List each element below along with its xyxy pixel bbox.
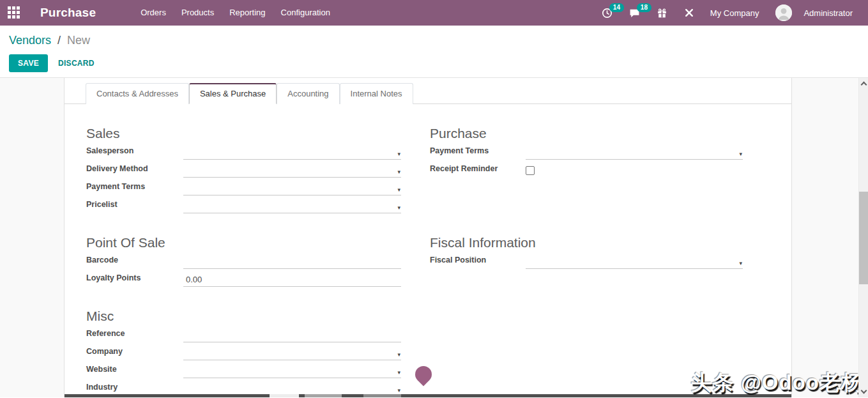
group-point-of-sale: Point Of Sale Barcode Loyalty Points 0.0… xyxy=(86,234,401,287)
field-row: Company xyxy=(86,342,401,360)
scrollbar-thumb[interactable] xyxy=(859,192,868,284)
delivery-method-input[interactable] xyxy=(183,163,401,178)
tab-sales-purchase[interactable]: Sales & Purchase xyxy=(189,83,277,104)
app-menu: Orders Products Reporting Configuration xyxy=(133,0,338,26)
field-row: Receipt Reminder xyxy=(430,160,743,178)
reference-input[interactable] xyxy=(183,328,401,342)
activity-count-badge: 14 xyxy=(609,3,624,12)
menu-configuration[interactable]: Configuration xyxy=(273,0,338,26)
website-input[interactable] xyxy=(183,364,401,378)
loyalty-points-value: 0.00 xyxy=(183,275,203,286)
field-row: Industry xyxy=(86,378,401,396)
breadcrumb-vendors-link[interactable]: Vendors xyxy=(9,34,51,47)
label-receipt-reminder: Receipt Reminder xyxy=(430,164,526,178)
form-sheet: Contacts & Addresses Sales & Purchase Ac… xyxy=(64,78,792,397)
label-fiscal-position: Fiscal Position xyxy=(430,256,526,269)
menu-products[interactable]: Products xyxy=(174,0,222,26)
messages-menu[interactable]: 18 xyxy=(629,8,640,19)
control-panel: Vendors / New SAVE DISCARD xyxy=(0,26,868,78)
field-row: Payment Terms xyxy=(86,178,401,195)
breadcrumb: Vendors / New xyxy=(9,32,868,49)
sale-payment-terms-input[interactable] xyxy=(183,181,401,195)
pricelist-input[interactable] xyxy=(183,199,401,213)
receipt-reminder-checkbox[interactable] xyxy=(526,166,535,175)
group-title-misc: Misc xyxy=(86,308,401,325)
group-purchase: Purchase Payment Terms Receipt Reminder xyxy=(430,125,743,213)
user-avatar[interactable] xyxy=(775,4,792,21)
label-website: Website xyxy=(86,365,183,378)
user-menu[interactable]: Administrator xyxy=(803,8,853,18)
group-fiscal-information: Fiscal Information Fiscal Position xyxy=(430,234,743,287)
label-delivery-method: Delivery Method xyxy=(86,164,183,178)
group-sales: Sales Salesperson Delivery Method Paymen… xyxy=(86,125,401,213)
scrollbar-up-arrow-icon[interactable] xyxy=(861,82,867,88)
tab-contacts-addresses[interactable]: Contacts & Addresses xyxy=(86,83,189,104)
group-misc: Misc Reference Company Website Industry xyxy=(86,308,401,396)
tab-internal-notes[interactable]: Internal Notes xyxy=(340,83,413,104)
label-sale-payment-terms: Payment Terms xyxy=(86,182,183,195)
apps-menu-icon[interactable] xyxy=(8,6,20,19)
gift-icon xyxy=(657,8,667,19)
discard-button[interactable]: DISCARD xyxy=(58,59,95,68)
vertical-scrollbar[interactable] xyxy=(858,78,868,397)
group-title-purchase: Purchase xyxy=(430,125,743,142)
field-row: Delivery Method xyxy=(86,160,401,178)
topbar-systray: 14 18 My Company xyxy=(593,4,868,21)
field-row: Reference xyxy=(86,325,401,342)
field-row: Salesperson xyxy=(86,142,401,160)
field-row: Pricelist xyxy=(86,195,401,213)
app-title: Purchase xyxy=(40,6,96,20)
breadcrumb-separator: / xyxy=(57,34,61,47)
receipt-reminder-field xyxy=(526,163,743,178)
company-switcher[interactable]: My Company xyxy=(710,8,759,18)
group-title-fiscal-information: Fiscal Information xyxy=(430,234,743,251)
label-loyalty-points: Loyalty Points xyxy=(86,273,183,287)
save-button[interactable]: SAVE xyxy=(9,54,48,72)
label-pricelist: Pricelist xyxy=(86,200,183,213)
label-company: Company xyxy=(86,347,183,360)
group-title-sales: Sales xyxy=(86,125,401,142)
crossed-tools-icon xyxy=(684,8,694,18)
fiscal-position-input[interactable] xyxy=(526,254,743,269)
label-barcode: Barcode xyxy=(86,256,183,269)
group-title-point-of-sale: Point Of Sale xyxy=(86,234,401,251)
barcode-input[interactable] xyxy=(183,254,401,269)
form-view-area: Contacts & Addresses Sales & Purchase Ac… xyxy=(0,78,868,397)
menu-reporting[interactable]: Reporting xyxy=(222,0,273,26)
activity-menu[interactable]: 14 xyxy=(602,8,613,19)
tab-accounting[interactable]: Accounting xyxy=(277,83,339,104)
salesperson-input[interactable] xyxy=(183,145,401,160)
breadcrumb-current: New xyxy=(67,34,90,47)
label-purchase-payment-terms: Payment Terms xyxy=(430,146,526,160)
notebook-tabs: Contacts & Addresses Sales & Purchase Ac… xyxy=(65,78,791,104)
field-row: Payment Terms xyxy=(430,142,743,160)
purchase-payment-terms-input[interactable] xyxy=(526,145,743,160)
field-row: Loyalty Points 0.00 xyxy=(86,269,401,287)
field-row: Website xyxy=(86,360,401,378)
developer-tools-menu[interactable] xyxy=(684,8,694,18)
menu-orders[interactable]: Orders xyxy=(133,0,174,26)
message-count-badge: 18 xyxy=(637,3,651,12)
watermark-text: 头条 @Odoo老杨 xyxy=(691,369,864,397)
scrollbar-down-arrow-icon[interactable] xyxy=(861,388,867,394)
loyalty-points-input[interactable]: 0.00 xyxy=(183,272,401,287)
top-navbar: Purchase Orders Products Reporting Confi… xyxy=(0,0,868,26)
gift-menu[interactable] xyxy=(657,8,667,19)
label-reference: Reference xyxy=(86,329,183,342)
below-fold-element xyxy=(65,394,791,397)
field-row: Barcode xyxy=(86,251,401,269)
label-salesperson: Salesperson xyxy=(86,146,183,160)
company-input[interactable] xyxy=(183,346,401,360)
field-row: Fiscal Position xyxy=(430,251,743,269)
